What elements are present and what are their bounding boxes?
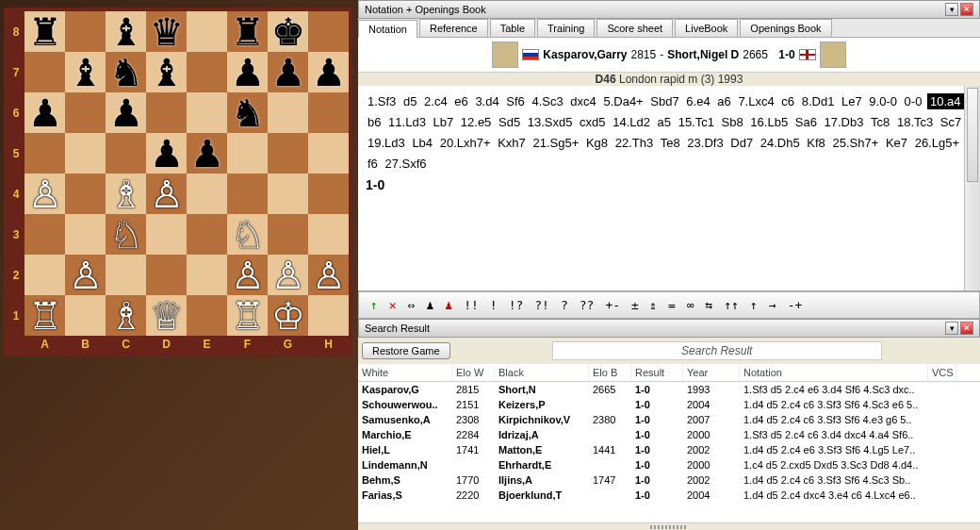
move[interactable]: 21.Sg5+ <box>531 136 580 150</box>
square[interactable]: ♝ <box>106 11 146 52</box>
move[interactable]: 1.Sf3 <box>366 94 398 108</box>
square[interactable] <box>187 92 227 133</box>
toolbar-item[interactable]: ± <box>628 296 643 314</box>
table-row[interactable]: Lindemann,NEhrhardt,E1-020001.c4 d5 2.cx… <box>358 457 980 472</box>
table-row[interactable]: Farias,S2220Bjoerklund,T1-020041.d4 d5 2… <box>358 488 980 503</box>
toolbar-item[interactable]: ?! <box>531 296 553 314</box>
move[interactable]: 7.Lxc4 <box>736 94 776 108</box>
move[interactable]: 2.c4 <box>422 94 449 108</box>
move[interactable]: 22.Th3 <box>613 136 655 150</box>
column-header[interactable]: Elo B <box>589 364 631 381</box>
piece[interactable]: ♗ <box>109 297 143 335</box>
toolbar-item[interactable]: → <box>765 296 780 314</box>
move[interactable]: 8.Dd1 <box>800 94 837 108</box>
move[interactable]: Lb4 <box>410 136 434 150</box>
piece[interactable]: ♞ <box>109 54 143 91</box>
piece[interactable]: ♕ <box>150 297 184 335</box>
square[interactable]: ♙ <box>24 174 65 214</box>
move[interactable]: 27.Sxf6 <box>383 157 428 171</box>
move[interactable]: Sa6 <box>793 115 819 129</box>
toolbar-item[interactable]: = <box>664 296 679 314</box>
move[interactable]: 17.Db3 <box>823 115 866 129</box>
move[interactable]: Te8 <box>659 136 682 150</box>
square[interactable] <box>65 92 106 133</box>
square[interactable]: ♟ <box>106 92 146 133</box>
move[interactable]: 14.Ld2 <box>611 115 652 129</box>
square[interactable] <box>268 214 308 255</box>
table-row[interactable]: Marchio,E2284Idrizaj,A1-020001.Sf3 d5 2.… <box>358 427 980 442</box>
toolbar-item[interactable]: ↑ <box>746 296 761 314</box>
toolbar-item[interactable]: !? <box>505 296 528 314</box>
toolbar-item[interactable]: ♟ <box>441 296 456 314</box>
square[interactable] <box>65 174 106 214</box>
piece[interactable]: ♙ <box>231 257 265 294</box>
move[interactable]: a6 <box>715 94 732 108</box>
piece[interactable]: ♙ <box>28 175 62 213</box>
square[interactable] <box>146 214 187 255</box>
toolbar-item[interactable]: ?? <box>576 296 598 314</box>
square[interactable]: ♜ <box>24 11 65 52</box>
tab-livebook[interactable]: LiveBook <box>675 19 738 37</box>
square[interactable] <box>187 174 227 214</box>
column-header[interactable]: Result <box>631 364 683 381</box>
move[interactable]: e6 <box>452 94 469 108</box>
piece[interactable]: ♙ <box>69 257 103 294</box>
square[interactable] <box>268 133 308 174</box>
move[interactable]: 12.e5 <box>459 115 494 129</box>
square[interactable] <box>65 11 106 52</box>
square[interactable] <box>268 92 308 133</box>
square[interactable] <box>146 255 187 295</box>
move[interactable]: 3.d4 <box>473 94 500 108</box>
toolbar-item[interactable]: ↑↑ <box>720 296 743 314</box>
search-result-grid[interactable]: WhiteElo WBlackElo BResultYearNotationVC… <box>358 364 980 523</box>
square[interactable]: ♙ <box>268 255 308 295</box>
move[interactable]: 11.Ld3 <box>386 115 428 129</box>
square[interactable] <box>24 133 65 174</box>
move[interactable]: 25.Sh7+ <box>830 136 880 150</box>
piece[interactable]: ♖ <box>28 297 62 335</box>
square[interactable] <box>106 133 146 174</box>
move[interactable]: Kg8 <box>584 136 610 150</box>
tab-score-sheet[interactable]: Score sheet <box>596 19 673 37</box>
square[interactable] <box>308 11 349 52</box>
resize-grip[interactable] <box>358 522 980 530</box>
piece[interactable]: ♗ <box>109 175 143 213</box>
square[interactable] <box>308 214 349 255</box>
square[interactable] <box>65 214 106 255</box>
square[interactable]: ♘ <box>227 214 268 255</box>
move[interactable]: 15.Tc1 <box>677 115 716 129</box>
square[interactable]: ♟ <box>268 52 308 92</box>
toolbar-item[interactable]: +- <box>601 296 624 314</box>
move[interactable]: 26.Lg5+ <box>913 136 961 150</box>
move[interactable]: 19.Ld3 <box>366 136 407 150</box>
square[interactable] <box>308 174 349 214</box>
move[interactable]: 5.Da4+ <box>601 94 645 108</box>
square[interactable]: ♟ <box>187 133 227 174</box>
square[interactable] <box>187 255 227 295</box>
toolbar-item[interactable]: -+ <box>784 296 807 314</box>
piece[interactable]: ♜ <box>28 13 62 51</box>
close-icon[interactable]: ✕ <box>960 322 973 335</box>
square[interactable] <box>187 52 227 92</box>
piece[interactable]: ♙ <box>312 257 346 294</box>
square[interactable]: ♗ <box>106 174 146 214</box>
square[interactable] <box>24 255 65 295</box>
square[interactable] <box>227 133 268 174</box>
tab-reference[interactable]: Reference <box>419 19 488 37</box>
piece[interactable]: ♟ <box>190 135 224 173</box>
minimize-icon[interactable]: ▾ <box>945 322 958 335</box>
piece[interactable]: ♛ <box>150 13 184 51</box>
square[interactable]: ♔ <box>268 295 308 336</box>
square[interactable]: ♙ <box>308 255 349 295</box>
column-header[interactable]: VCS <box>928 364 956 381</box>
piece[interactable]: ♘ <box>231 216 265 254</box>
square[interactable]: ♟ <box>24 92 65 133</box>
piece[interactable]: ♟ <box>231 54 265 91</box>
move[interactable]: Sd5 <box>497 115 522 129</box>
toolbar-item[interactable]: ♟ <box>422 296 437 314</box>
notation-scrollbar[interactable] <box>964 86 980 290</box>
square[interactable]: ♖ <box>24 295 65 336</box>
piece[interactable]: ♟ <box>28 94 62 132</box>
square[interactable]: ♙ <box>146 174 187 214</box>
square[interactable] <box>308 295 349 336</box>
